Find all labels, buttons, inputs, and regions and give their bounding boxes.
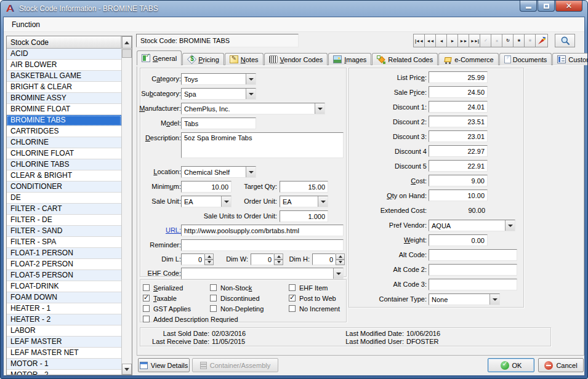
nav-next-button[interactable]: ► [446, 34, 458, 47]
stock-code-column-header[interactable]: Stock Code [7, 36, 121, 49]
tab-vendor-codes[interactable]: Vendor Codes [264, 53, 328, 65]
category-select[interactable]: Toys [181, 73, 256, 85]
stock-code-row[interactable]: FILTER - CART [7, 204, 121, 215]
stock-code-row[interactable]: FILTER - SAND [7, 226, 121, 237]
nav-post-button[interactable]: ✓ [480, 34, 491, 47]
tab-related-codes[interactable]: Related Codes [372, 53, 438, 65]
minimize-button[interactable] [520, 1, 537, 12]
checkbox[interactable] [210, 305, 217, 312]
nav-next-page-button[interactable]: ►► [457, 34, 469, 47]
stock-code-row[interactable]: DE [7, 193, 121, 204]
field-input[interactable] [429, 130, 488, 142]
scroll-up-button[interactable] [122, 36, 132, 49]
alt-code-2-input[interactable] [429, 264, 517, 276]
field-input[interactable] [429, 116, 488, 127]
stock-code-row[interactable]: FILTER - DE [7, 215, 121, 226]
field-input[interactable] [429, 145, 488, 157]
nav-insert-button[interactable]: ∗ [513, 34, 525, 47]
stock-code-row[interactable]: CLEAR & BRIGHT [7, 170, 121, 182]
weight-input[interactable] [429, 234, 488, 246]
checkbox[interactable] [289, 305, 296, 312]
stock-code-row[interactable]: FOAM DOWN [7, 292, 121, 303]
list-scrollbar[interactable] [121, 36, 132, 375]
stock-code-row[interactable]: LEAF MASTER [7, 337, 121, 348]
tab-notes[interactable]: Notes [225, 53, 264, 65]
field-input[interactable] [429, 101, 488, 113]
stock-code-row[interactable]: AIR BLOWER [7, 60, 121, 71]
dim-h-stepper[interactable] [312, 253, 345, 265]
stock-code-row[interactable]: HEATER - 1 [7, 303, 121, 314]
nav-prior-page-button[interactable]: ◄◄ [424, 34, 436, 47]
stock-code-row[interactable]: BROMINE TABS [7, 115, 121, 126]
checkbox[interactable] [210, 284, 217, 291]
stock-code-row[interactable]: MOTOR - 1 [7, 359, 121, 370]
menu-function[interactable]: Function [6, 18, 46, 31]
close-button[interactable]: ✕ [555, 1, 582, 12]
checkbox[interactable] [143, 316, 150, 322]
nav-refresh-button[interactable]: ↻ [502, 34, 513, 47]
manufacturer-select[interactable]: ChemPlus, Inc. [181, 103, 325, 114]
pref-vendor-select[interactable]: AQUA [429, 220, 515, 231]
reminder-input[interactable] [181, 239, 344, 251]
dim-h-input[interactable] [312, 253, 336, 265]
field-input[interactable] [429, 160, 488, 172]
checkbox[interactable] [143, 295, 150, 301]
checkbox[interactable] [143, 284, 150, 291]
stock-code-row[interactable]: CHLORINE FLOAT [7, 148, 121, 159]
stock-code-row[interactable]: CARTRIDGES [7, 126, 121, 137]
stock-code-row[interactable]: FLOAT-1 PERSON [7, 248, 121, 259]
search-button[interactable] [555, 34, 575, 47]
chevron-down-icon[interactable] [505, 220, 515, 231]
stock-code-row[interactable]: CHLORINE TABS [7, 159, 121, 170]
field-input[interactable] [429, 175, 488, 186]
stock-code-row[interactable]: MOTOR - 2 [7, 370, 121, 375]
tab-e-commerce[interactable]: e-Commerce [438, 53, 499, 65]
stock-code-row[interactable]: FLOAT-5 PERSON [7, 270, 121, 281]
chevron-down-icon[interactable] [246, 74, 256, 84]
stock-code-row[interactable]: BRIGHT & CLEAR [7, 82, 121, 93]
model-input[interactable] [181, 118, 256, 129]
chevron-down-icon[interactable] [246, 167, 256, 177]
order-unit-select[interactable]: EA [280, 196, 328, 207]
nav-cancel-button[interactable]: × [491, 34, 502, 47]
chevron-down-icon[interactable] [333, 268, 343, 279]
titlebar[interactable]: Stock Code Information - BROMINE TABS ✕ [1, 1, 587, 17]
container-assembly-button[interactable]: Container/Assembly [192, 358, 278, 372]
ok-button[interactable]: OK [488, 358, 534, 372]
stock-code-row[interactable]: BASKETBALL GAME [7, 71, 121, 82]
location-select[interactable]: Chemical Shelf [181, 166, 256, 178]
chevron-down-icon[interactable] [315, 103, 324, 114]
tab-documents[interactable]: Documents [499, 53, 552, 65]
stock-code-row[interactable]: BROMINE FLOAT [7, 104, 121, 115]
checkbox[interactable] [289, 295, 296, 301]
field-input[interactable] [429, 71, 488, 83]
chevron-down-icon[interactable] [318, 196, 328, 207]
jump-to-record-button[interactable] [535, 34, 548, 47]
stock-code-row[interactable]: LABOR [7, 325, 121, 337]
scroll-thumb[interactable] [122, 49, 132, 58]
alt-code-input[interactable] [429, 249, 517, 261]
stock-code-row[interactable]: CONDITIONER [7, 182, 121, 193]
checkbox[interactable] [289, 284, 296, 291]
nav-first-button[interactable]: |◄◄ [413, 34, 425, 47]
maximize-button[interactable] [538, 1, 555, 12]
spin-down-icon[interactable] [336, 260, 345, 266]
spin-up-icon[interactable] [336, 253, 345, 260]
field-input[interactable] [429, 86, 488, 98]
nav-copy-button[interactable]: ∗ [524, 34, 536, 47]
stock-code-row[interactable]: FLOAT-2 PERSON [7, 259, 121, 270]
chevron-down-icon[interactable] [246, 89, 256, 99]
sale-units-to-order-unit-input[interactable] [280, 210, 328, 222]
field-input[interactable] [429, 190, 488, 201]
stock-code-row[interactable]: HEATER - 2 [7, 314, 121, 325]
scroll-down-button[interactable] [122, 364, 132, 375]
stock-code-row[interactable]: LEAF MASTER NET [7, 348, 121, 359]
checkbox[interactable] [143, 305, 150, 312]
stock-code-row[interactable]: CHLORINE [7, 137, 121, 148]
url-label[interactable]: URL: [122, 226, 181, 234]
tab-general[interactable]: General [137, 50, 182, 65]
nav-prior-button[interactable]: ◄ [435, 34, 447, 47]
cancel-button[interactable]: Cancel [538, 358, 584, 372]
chevron-down-icon[interactable] [489, 294, 499, 305]
stock-code-row[interactable]: FILTER - SPA [7, 237, 121, 248]
